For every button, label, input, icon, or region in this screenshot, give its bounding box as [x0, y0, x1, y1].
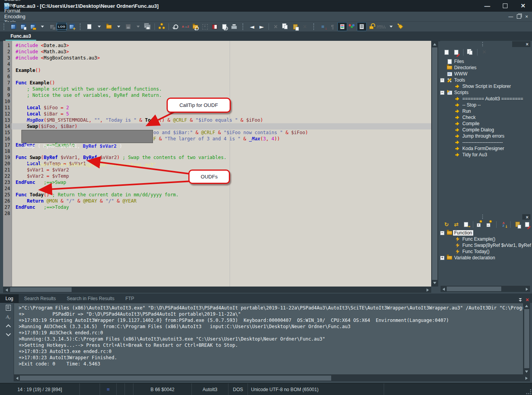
expand-icon[interactable]: + [440, 256, 444, 260]
mdi-minimize-button[interactable]: ― [508, 14, 513, 19]
tree-item-tidy-for-au3[interactable]: Tidy for Au3 [440, 152, 532, 158]
function-hscroll-thumb[interactable] [447, 287, 501, 291]
save-all-icon[interactable] [143, 22, 153, 31]
tree-item-show-script-in-explorer[interactable]: Show Script in Explorer [440, 83, 532, 89]
close-log-icon[interactable]: × [526, 297, 529, 303]
new-file-icon[interactable] [84, 22, 94, 31]
scroll-up-icon[interactable] [525, 305, 528, 307]
log-list-icon[interactable] [357, 22, 367, 31]
spell-check-icon[interactable]: SPELL [376, 22, 386, 31]
edit-entry-icon[interactable] [522, 220, 532, 229]
log-tab-log[interactable]: Log [0, 294, 19, 303]
toolbar-grip[interactable] [242, 23, 244, 30]
pin-file-icon[interactable] [396, 22, 406, 31]
cut-icon[interactable]: × [271, 22, 281, 31]
tree-item-variable-declaration[interactable]: +Variable declaration [440, 255, 532, 261]
tree-item-files[interactable]: Files [440, 58, 532, 65]
sort-lines-icon[interactable]: ≡↓ [318, 22, 328, 31]
editor-hscroll-thumb[interactable] [10, 287, 72, 292]
new-file-menu-icon[interactable] [94, 22, 104, 31]
project-menu-icon[interactable] [37, 22, 47, 31]
copy-item-icon[interactable] [465, 48, 475, 57]
open-file-menu-icon[interactable] [114, 22, 123, 31]
tree-item-run[interactable]: Run [440, 108, 532, 114]
scroll-right-icon[interactable] [526, 288, 528, 291]
new-project-icon[interactable] [8, 22, 18, 31]
code-browser-icon[interactable] [210, 22, 219, 31]
scroll-left-icon[interactable] [16, 377, 18, 380]
log-vertical-scrollbar[interactable] [523, 303, 530, 375]
expand-all-icon[interactable]: + [475, 220, 485, 229]
log-vscroll-thumb[interactable] [524, 309, 529, 368]
sync-list-icon[interactable]: ⇄ [451, 220, 461, 229]
panel-grip[interactable] [482, 42, 485, 46]
replace-icon[interactable]: A→Z [181, 22, 190, 31]
navigate-forward-icon[interactable]: ► [257, 22, 267, 31]
tree-item-item[interactable]: -------------------------- [440, 139, 532, 145]
copy-icon[interactable] [281, 22, 290, 31]
unlock-file-icon[interactable] [367, 22, 376, 31]
tree-item-check[interactable]: Check [440, 114, 532, 121]
function-panel-scrollbar[interactable] [441, 286, 530, 292]
search-in-files-icon[interactable] [190, 22, 200, 31]
code-explorer-icon[interactable] [337, 22, 347, 31]
toolbar-grip[interactable] [80, 23, 82, 30]
scroll-down-icon[interactable] [433, 282, 436, 284]
log-tab-search-in-files-results[interactable]: Search in Files Results [61, 294, 120, 303]
tab-func-au3[interactable]: Func.au3 [5, 32, 36, 41]
menu-item-view[interactable]: View [0, 2, 30, 8]
scroll-down-icon[interactable] [525, 371, 528, 373]
block-select-icon[interactable]: + [200, 22, 210, 31]
collapse-log-icon[interactable] [519, 298, 522, 302]
tree-item-function[interactable]: −Function [440, 230, 532, 236]
editor-vscroll-thumb[interactable] [432, 47, 437, 280]
tree-item-jump-through-errors[interactable]: Jump through errors [440, 133, 532, 139]
sort-alphabetically-icon[interactable]: AZ↓ [499, 220, 508, 229]
panel-splitter[interactable]: × [440, 214, 532, 220]
scroll-left-icon[interactable] [442, 288, 445, 291]
open-file-icon[interactable] [104, 22, 114, 31]
copy-to-clipboard-icon[interactable] [513, 220, 522, 229]
maximize-button[interactable] [496, 0, 514, 12]
tree-item-autoit3[interactable]: ======== AutoIt3 ======== [440, 96, 532, 102]
scroll-right-icon[interactable] [525, 377, 528, 380]
tree-item-func-example[interactable]: Func Example() [440, 236, 532, 242]
syntax-highlighting-icon[interactable] [347, 22, 357, 31]
scroll-left-icon[interactable] [5, 288, 8, 292]
log-next-icon[interactable] [6, 331, 11, 336]
save-menu-icon[interactable] [133, 22, 143, 31]
splitter-grip[interactable] [482, 215, 485, 219]
new-item-icon[interactable] [442, 48, 451, 57]
scroll-up-icon[interactable] [433, 43, 436, 45]
log-output[interactable]: >"C:\Program Files (x86)\AutoIt3\AutoIt3… [14, 303, 523, 375]
tree-item-scripts[interactable]: −Scripts [440, 89, 532, 96]
refresh-list-icon[interactable]: ↻ [442, 220, 451, 229]
toolbar-grip[interactable] [4, 23, 5, 30]
file-explorer-icon[interactable] [157, 22, 167, 31]
save-project-icon[interactable] [47, 22, 57, 31]
add-file-to-project-icon[interactable]: + [67, 22, 76, 31]
collapse-all-icon[interactable]: − [485, 220, 495, 229]
tree-item-compile-dialog[interactable]: Compile Dialog [440, 127, 532, 133]
copy-project-icon[interactable] [18, 22, 28, 31]
tree-item-stop[interactable]: -- Stop -- [440, 102, 532, 108]
delete-icon[interactable]: × [300, 22, 310, 31]
resize-grip[interactable] [526, 389, 531, 394]
editor-vertical-scrollbar[interactable] [431, 41, 438, 287]
menu-item-format[interactable]: Format [0, 8, 30, 14]
print-icon[interactable] [229, 22, 239, 31]
tree-item-func-today[interactable]: Func Today() [440, 248, 532, 255]
show-formatting-icon[interactable]: ¶ [328, 22, 337, 31]
navigate-back-icon[interactable]: ◄ [247, 22, 257, 31]
log-page-icon[interactable] [6, 305, 11, 311]
scroll-right-icon[interactable] [427, 288, 429, 292]
log-tab-search-results[interactable]: Search Results [19, 294, 61, 303]
tree-item-directories[interactable]: Directories [440, 65, 532, 71]
print-preview-icon[interactable] [219, 22, 229, 31]
menu-item-encoding[interactable]: Encoding [0, 14, 30, 19]
spell-menu-icon[interactable] [386, 22, 396, 31]
tree-item-func-swap-byref-vvar1-byref-vvar2[interactable]: Func Swap(ByRef $vVar1, ByRef $vVar2) [440, 242, 532, 248]
mdi-restore-button[interactable] [517, 14, 521, 19]
function-panel-close[interactable]: × [522, 214, 530, 220]
tree-item-compile[interactable]: Compile [440, 121, 532, 127]
